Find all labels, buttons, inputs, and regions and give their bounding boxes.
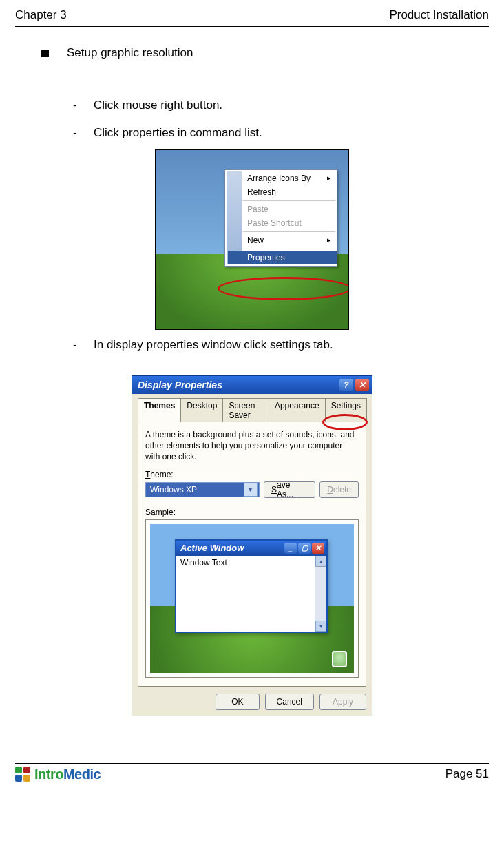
menu-item-paste-shortcut: Paste Shortcut <box>244 216 335 230</box>
header-right: Product Installation <box>389 8 489 22</box>
menu-separator <box>243 231 335 232</box>
close-icon[interactable]: ✕ <box>355 379 369 391</box>
list-item-text: Click properties in command list. <box>94 126 262 140</box>
figure-context-menu: Arrange Icons By Refresh Paste Paste Sho… <box>155 149 349 330</box>
tab-desktop[interactable]: Desktop <box>180 398 223 422</box>
logo: IntroMedic <box>15 767 101 782</box>
scrollbar: ▴ ▾ <box>315 556 326 632</box>
menu-item-arrange[interactable]: Arrange Icons By <box>244 171 335 185</box>
dash-icon: - <box>73 126 94 140</box>
menu-item-properties[interactable]: Properties <box>228 251 337 264</box>
context-menu: Arrange Icons By Refresh Paste Paste Sho… <box>224 169 337 267</box>
theme-label: TTheme:heme: <box>145 470 359 479</box>
dialog-titlebar: Display Properties ? ✕ <box>132 376 372 394</box>
save-as-button[interactable]: Save As... <box>264 481 315 498</box>
list-item: - Click properties in command list. <box>73 119 489 147</box>
menu-item-refresh[interactable]: Refresh <box>244 185 335 199</box>
header-left: Chapter 3 <box>15 8 67 22</box>
logo-text-intro: Intro <box>34 767 63 782</box>
help-icon[interactable]: ? <box>339 379 353 391</box>
cancel-button[interactable]: Cancel <box>265 694 314 710</box>
annotation-oval-icon <box>322 414 368 430</box>
sample-preview: Active Window _ ▢ ✕ Window Text <box>145 519 359 678</box>
dash-icon: - <box>73 98 94 112</box>
menu-item-paste: Paste <box>244 202 335 216</box>
tab-screensaver[interactable]: Screen Saver <box>222 398 269 422</box>
dialog-title: Display Properties <box>138 379 222 390</box>
list-item: - Click mouse right button. <box>73 92 489 119</box>
list-item-text: In display properties window click setti… <box>94 338 333 352</box>
bullet-icon <box>41 50 49 57</box>
section-heading-text: Setup graphic resolution <box>67 46 193 60</box>
dash-icon: - <box>73 338 94 352</box>
page-number: Page 51 <box>445 767 489 781</box>
annotation-oval-icon <box>218 277 349 300</box>
tab-themes[interactable]: Themes <box>138 398 181 422</box>
chevron-down-icon[interactable]: ▾ <box>244 483 258 497</box>
maximize-icon: ▢ <box>298 543 311 554</box>
page-footer: IntroMedic Page 51 <box>15 767 489 782</box>
minimize-icon: _ <box>284 543 297 554</box>
list-item: - In display properties window click set… <box>73 331 489 359</box>
sample-window: Active Window _ ▢ ✕ Window Text <box>175 539 328 633</box>
sample-window-text: Window Text <box>176 556 315 632</box>
apply-button: Apply <box>319 694 366 710</box>
menu-separator <box>243 200 335 201</box>
logo-squares-icon <box>15 767 30 782</box>
page-header: Chapter 3 Product Installation <box>15 8 489 25</box>
footer-rule <box>15 763 489 764</box>
theme-select[interactable]: Windows XP ▾ <box>145 482 260 497</box>
theme-description: A theme is a background plus a set of so… <box>145 429 359 463</box>
sample-label: Sample: <box>145 508 359 517</box>
sample-window-title: Active Window <box>180 543 244 553</box>
ok-button[interactable]: OK <box>216 694 259 710</box>
delete-button: Delete <box>319 481 359 498</box>
header-rule <box>15 26 489 27</box>
recycle-bin-icon <box>332 651 347 667</box>
tab-appearance[interactable]: Appearance <box>269 398 326 422</box>
logo-text-medic: Medic <box>63 767 101 782</box>
section-heading: Setup graphic resolution <box>41 46 489 60</box>
scroll-down-icon: ▾ <box>315 621 326 632</box>
theme-value: Windows XP <box>150 485 197 494</box>
scroll-up-icon: ▴ <box>315 556 326 567</box>
menu-item-new[interactable]: New <box>244 233 335 247</box>
figure-display-properties: Display Properties ? ✕ Themes Desktop Sc… <box>132 375 372 716</box>
list-item-text: Click mouse right button. <box>94 98 222 112</box>
close-icon: ✕ <box>312 543 324 554</box>
menu-separator <box>243 249 335 249</box>
